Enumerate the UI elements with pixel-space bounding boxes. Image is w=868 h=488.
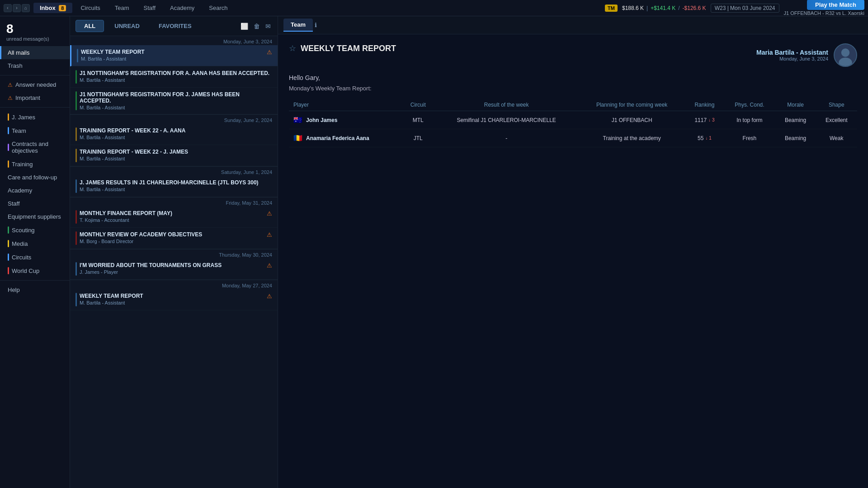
greeting: Hello Gary,: [289, 74, 857, 81]
expand-icon[interactable]: ⬜: [239, 21, 250, 31]
play-match-button[interactable]: Play the Match: [807, 0, 864, 10]
nav-forward-button[interactable]: ›: [13, 4, 21, 12]
sidebar-item-answer-needed[interactable]: ⚠ Answer needed: [0, 78, 70, 91]
mail-item-0-2[interactable]: J1 NOTTINGHAM'S REGISTRATION FOR J. JAME…: [70, 88, 278, 114]
mail-sender: M. Bartila - Assistant: [80, 135, 272, 140]
morale-1: Beaming: [775, 129, 816, 147]
col-circuit: Circuit: [402, 99, 434, 111]
nav-tab-search[interactable]: Search: [203, 3, 234, 13]
nav-tab-academy[interactable]: Academy: [164, 3, 201, 13]
sidebar-item-training[interactable]: Training: [0, 157, 70, 171]
sidebar-item-all-mails[interactable]: All mails: [0, 46, 70, 59]
mail-item-5-0[interactable]: WEEKLY TEAM REPORT M. Bartila - Assistan…: [70, 289, 278, 310]
match-info: J1 OFFENBACH - R32 vs L. Xaorski: [784, 10, 865, 16]
alert-icon-important: ⚠: [8, 95, 13, 101]
detail-tab-team[interactable]: Team: [283, 19, 313, 32]
sidebar-item-contracts[interactable]: Contracts and objectives: [0, 137, 70, 157]
mail-sender: M. Bartila - Assistant: [81, 56, 264, 61]
col-player: Player: [289, 99, 402, 111]
sidebar-item-care[interactable]: Care and follow-up: [0, 171, 70, 184]
income-value: +$141.4 K: [651, 5, 675, 11]
delete-icon[interactable]: 🗑: [252, 21, 261, 31]
svg-point-1: [841, 48, 849, 56]
detail-tab-bar: Team ℹ: [278, 16, 868, 34]
left-sidebar: 8 unread message(s) All mails Trash ⚠ An…: [0, 16, 70, 488]
report-intro: Monday's Weekly Team Report:: [289, 85, 857, 92]
mail-item-1-1[interactable]: TRAINING REPORT - WEEK 22 - J. JAMES M. …: [70, 145, 278, 166]
detail-tab-info-icon[interactable]: ℹ: [315, 22, 317, 28]
sidebar-item-scouting[interactable]: Scouting: [0, 223, 70, 237]
nav-tab-staff[interactable]: Staff: [137, 3, 162, 13]
player-cell-1: 🇷🇴 Anamaria Federica Aana: [289, 129, 402, 147]
nav-back-button[interactable]: ‹: [4, 4, 12, 12]
nav-tab-circuits[interactable]: Circuits: [74, 3, 106, 13]
money-display: $188.6 K | +$141.4 K / -$126.6 K: [622, 5, 706, 11]
sidebar-item-equipment[interactable]: Equipment suppliers: [0, 210, 70, 223]
col-shape: Shape: [816, 99, 857, 111]
result-1: -: [434, 129, 579, 147]
mail-sender: M. Bartila - Assistant: [80, 300, 264, 305]
mail-item-4-0[interactable]: I'M WORRIED ABOUT THE TOURNAMENTS ON GRA…: [70, 258, 278, 280]
player-cell-0: 🇦🇺 John James: [289, 111, 402, 129]
sidebar-item-help[interactable]: Help: [0, 283, 70, 296]
tab-all[interactable]: ALL: [75, 20, 104, 32]
tab-favorites[interactable]: FAVORITES: [150, 20, 200, 32]
mail-title: I'M WORRIED ABOUT THE TOURNAMENTS ON GRA…: [80, 262, 264, 268]
mail-title: WEEKLY TEAM REPORT: [81, 49, 264, 55]
phys-1: Fresh: [724, 129, 775, 147]
tab-unread[interactable]: UNREAD: [106, 20, 148, 32]
sidebar-item-important[interactable]: ⚠ Important: [0, 91, 70, 104]
rank-arrow-1: ↓ 1: [705, 136, 711, 141]
mail-content: TRAINING REPORT - WEEK 22 - J. JAMES M. …: [80, 149, 272, 161]
mail-item-2-0[interactable]: J. JAMES RESULTS IN J1 CHARLEROI-MARCINE…: [70, 176, 278, 197]
nav-home-button[interactable]: ⌂: [22, 4, 30, 12]
sidebar-item-circuits[interactable]: Circuits: [0, 250, 70, 264]
mail-accent-bar: [75, 149, 77, 162]
mail-item-0-1[interactable]: J1 NOTTINGHAM'S REGISTRATION FOR A. AANA…: [70, 66, 278, 88]
result-0: Semifinal J1 CHARLEROI-MARCINELLE: [434, 111, 579, 129]
sidebar-item-academy[interactable]: Academy: [0, 184, 70, 197]
sidebar-item-world-cup[interactable]: World Cup: [0, 264, 70, 277]
mail-title: TRAINING REPORT - WEEK 22 - A. AANA: [80, 127, 272, 134]
sidebar-divider-1: [0, 75, 70, 75]
date-separator-2: Saturday, June 1, 2024: [70, 166, 278, 176]
sidebar-item-trash[interactable]: Trash: [0, 59, 70, 72]
col-ranking: Ranking: [685, 99, 724, 111]
nav-tab-team[interactable]: Team: [108, 3, 136, 13]
sidebar-item-j-james[interactable]: J. James: [0, 110, 70, 124]
mail-accent-bar: [75, 293, 77, 306]
sidebar-item-team[interactable]: Team: [0, 124, 70, 137]
sidebar-item-media[interactable]: Media: [0, 237, 70, 250]
col-result: Result of the week: [434, 99, 579, 111]
star-icon[interactable]: ☆: [289, 43, 296, 53]
unread-label: unread message(s): [0, 36, 70, 46]
circuit-0: MTL: [402, 111, 434, 129]
date-separator-1: Sunday, June 2, 2024: [70, 114, 278, 124]
main-layout: 8 unread message(s) All mails Trash ⚠ An…: [0, 16, 868, 488]
mail-accent-bar: [75, 262, 77, 276]
mail-title: MONTHLY REVIEW OF ACADEMY OBJECTIVES: [80, 231, 264, 238]
mail-subject: WEEKLY TEAM REPORT: [301, 44, 396, 53]
mail-item-0-0[interactable]: WEEKLY TEAM REPORT M. Bartila - Assistan…: [70, 45, 278, 66]
mail-item-1-0[interactable]: TRAINING REPORT - WEEK 22 - A. AANA M. B…: [70, 124, 278, 145]
mail-scroll-area[interactable]: Monday, June 3, 2024 WEEKLY TEAM REPORT …: [70, 36, 278, 488]
rank-arrow-0: ↓ 3: [708, 117, 714, 122]
inbox-badge: 8: [59, 5, 66, 11]
mail-content: I'M WORRIED ABOUT THE TOURNAMENTS ON GRA…: [80, 262, 264, 275]
top-right-area: TM $188.6 K | +$141.4 K / -$126.6 K W23 …: [605, 0, 864, 16]
player-name-1: Anamaria Federica Aana: [306, 135, 369, 141]
date-separator-4: Thursday, May 30, 2024: [70, 249, 278, 258]
mail-title: TRAINING REPORT - WEEK 22 - J. JAMES: [80, 149, 272, 155]
table-row[interactable]: 🇷🇴 Anamaria Federica Aana JTL - Training…: [289, 129, 857, 147]
planning-0: J1 OFFENBACH: [579, 111, 685, 129]
sidebar-item-staff[interactable]: Staff: [0, 197, 70, 210]
mail-content: MONTHLY FINANCE REPORT (MAY) T. Kojima -…: [80, 210, 264, 223]
table-row[interactable]: 🇦🇺 John James MTL Semifinal J1 CHARLEROI…: [289, 111, 857, 129]
envelope-icon[interactable]: ✉: [264, 21, 272, 31]
mail-item-3-1[interactable]: MONTHLY REVIEW OF ACADEMY OBJECTIVES M. …: [70, 228, 278, 249]
ranking-0: 1117 ↓ 3: [685, 111, 724, 129]
mail-item-3-0[interactable]: MONTHLY FINANCE REPORT (MAY) T. Kojima -…: [70, 206, 278, 228]
tm-badge: TM: [605, 5, 618, 12]
mail-title: J. JAMES RESULTS IN J1 CHARLEROI-MARCINE…: [80, 179, 272, 186]
inbox-tab[interactable]: Inbox 8: [33, 3, 72, 13]
